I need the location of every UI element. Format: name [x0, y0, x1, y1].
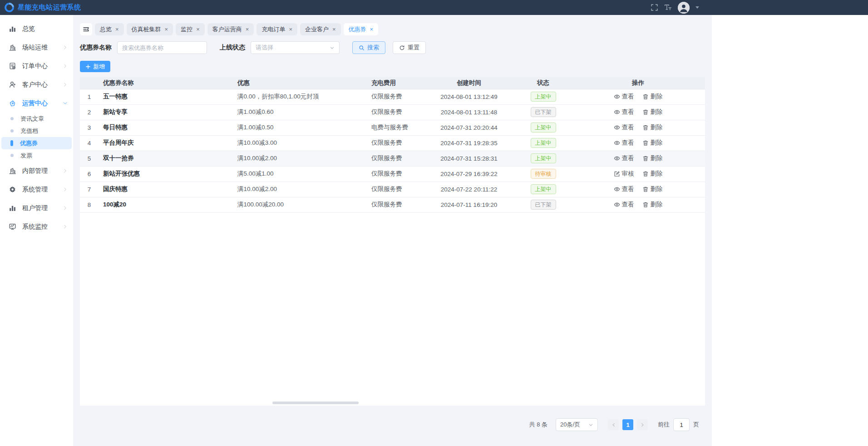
sidebar-item-7[interactable]: 租户管理	[0, 199, 73, 217]
table-cell: 待审核	[515, 166, 571, 181]
table-cell: 2	[80, 104, 99, 120]
table-cell: 仅限服务费	[367, 104, 423, 120]
status-badge: 上架中	[531, 153, 556, 163]
user-avatar[interactable]	[678, 2, 690, 14]
delete-action[interactable]: 删除	[642, 201, 663, 209]
customer-icon	[9, 81, 16, 88]
current-page-button[interactable]: 1	[622, 419, 633, 430]
table-cell: 2024-08-01 13:12:49	[423, 89, 515, 104]
table-cell: 2024-08-01 13:11:48	[423, 104, 515, 120]
sidebar-item-label: 租户管理	[22, 204, 63, 212]
eye-icon	[614, 93, 620, 100]
view-action[interactable]: 查看	[614, 139, 634, 147]
close-tab-icon[interactable]: ×	[370, 26, 374, 32]
delete-action[interactable]: 删除	[642, 93, 663, 101]
sidebar-item-8[interactable]: 系统监控	[0, 217, 73, 236]
page-unit-label: 页	[693, 421, 699, 429]
close-tab-icon[interactable]: ×	[196, 26, 200, 32]
bullet-icon	[10, 117, 14, 120]
delete-action[interactable]: 删除	[642, 123, 663, 132]
edit-icon	[614, 171, 620, 177]
chevron-right-icon	[63, 45, 68, 50]
tab-4[interactable]: 充电订单×	[256, 23, 297, 35]
table-cell: 新站开张优惠	[99, 166, 233, 181]
delete-action[interactable]: 删除	[642, 185, 663, 193]
sidebar-item-label: 场站运维	[22, 44, 63, 52]
close-tab-icon[interactable]: ×	[165, 26, 168, 32]
next-page-button[interactable]	[637, 419, 648, 430]
sidebar-item-3[interactable]: 客户中心	[0, 75, 73, 94]
toolbar: 新增	[80, 61, 705, 72]
user-menu-caret-icon[interactable]	[695, 6, 699, 9]
reset-button[interactable]: 重置	[393, 41, 426, 54]
view-action[interactable]: 查看	[614, 123, 634, 132]
sidebar-subitem-4-0[interactable]: 资讯文章	[1, 113, 72, 125]
order-icon	[9, 62, 16, 70]
close-tab-icon[interactable]: ×	[115, 26, 119, 32]
trash-icon	[642, 124, 649, 131]
column-header-5: 状态	[515, 77, 571, 89]
table-cell: 仅限服务费	[367, 135, 423, 151]
delete-action[interactable]: 删除	[642, 154, 663, 162]
pagination-total: 共 8 条	[529, 421, 547, 429]
status-badge: 待审核	[531, 169, 556, 179]
search-button[interactable]: 搜索	[352, 41, 385, 54]
sidebar-item-5[interactable]: 内部管理	[0, 162, 73, 180]
goto-page-input[interactable]	[673, 418, 690, 431]
tab-0[interactable]: 总览×	[95, 23, 124, 35]
table-cell: 五一特惠	[99, 89, 233, 104]
delete-action[interactable]: 删除	[642, 139, 663, 147]
sidebar-subitem-4-1[interactable]: 充值档	[1, 125, 72, 137]
chevron-right-icon	[63, 187, 68, 192]
collapse-sidebar-button[interactable]	[80, 23, 92, 35]
close-tab-icon[interactable]: ×	[332, 26, 336, 32]
page-size-select[interactable]: 20条/页	[556, 418, 598, 431]
sidebar-item-2[interactable]: 订单中心	[0, 57, 73, 75]
tenant-icon	[9, 204, 16, 212]
fullscreen-icon[interactable]	[651, 4, 658, 11]
chevron-down-icon	[588, 422, 593, 427]
view-action[interactable]: 查看	[614, 93, 634, 101]
tab-5[interactable]: 企业客户×	[300, 23, 341, 35]
trash-icon	[642, 155, 649, 162]
font-size-icon[interactable]	[664, 4, 672, 11]
tab-3[interactable]: 客户运营商×	[207, 23, 254, 35]
view-action[interactable]: 查看	[614, 154, 634, 162]
prev-page-button[interactable]	[608, 419, 619, 430]
delete-action[interactable]: 删除	[642, 170, 663, 178]
view-action[interactable]: 查看	[614, 185, 634, 193]
column-header-4: 创建时间	[423, 77, 515, 89]
close-tab-icon[interactable]: ×	[289, 26, 292, 32]
add-button[interactable]: 新增	[80, 61, 110, 72]
sidebar-item-1[interactable]: 场站运维	[0, 38, 73, 57]
sidebar-subitem-4-2[interactable]: 优惠券	[1, 137, 72, 149]
online-status-select[interactable]: 请选择	[251, 41, 340, 54]
sidebar-subitem-4-3[interactable]: 发票	[1, 149, 72, 162]
table-cell: 满1.00减0.50	[233, 120, 367, 135]
close-tab-icon[interactable]: ×	[246, 26, 249, 32]
table-cell: 上架中	[515, 135, 571, 151]
tab-6[interactable]: 优惠券×	[344, 23, 379, 35]
sidebar-item-6[interactable]: 系统管理	[0, 180, 73, 199]
table-cell: 上架中	[515, 120, 571, 135]
delete-action[interactable]: 删除	[642, 108, 663, 116]
sidebar-item-label: 客户中心	[22, 81, 63, 89]
horizontal-scrollbar[interactable]	[272, 402, 359, 404]
review-action[interactable]: 审核	[614, 170, 634, 178]
action-label: 查看	[622, 93, 634, 101]
table-cell: 2024-07-31 19:28:35	[423, 135, 515, 151]
table-cell: 仅限服务费	[367, 181, 423, 197]
view-action[interactable]: 查看	[614, 108, 634, 116]
tab-1[interactable]: 仿真桩集群×	[127, 23, 173, 35]
coupon-name-input[interactable]	[117, 41, 207, 54]
sidebar-item-0[interactable]: 总览	[0, 20, 73, 38]
tab-2[interactable]: 监控×	[176, 23, 205, 35]
tab-label: 充电订单	[261, 25, 285, 34]
tab-bar: 总览×仿真桩集群×监控×客户运营商×充电订单×企业客户×优惠券×	[80, 23, 705, 35]
table-cell: 1	[80, 89, 99, 104]
view-action[interactable]: 查看	[614, 201, 634, 209]
pagination: 共 8 条 20条/页 1 前往 页	[80, 418, 705, 431]
table-row: 5双十一抢券满10.00减2.00仅限服务费2024-07-31 15:28:3…	[80, 151, 705, 166]
table-cell: 查看删除	[571, 89, 705, 104]
sidebar-item-4[interactable]: 运营中心	[0, 94, 73, 113]
